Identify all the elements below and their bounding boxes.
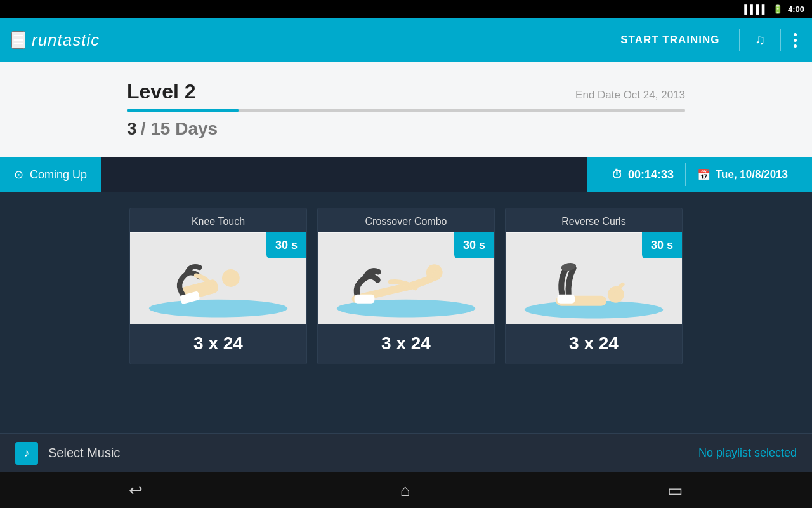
dot3 [794,44,797,48]
exercise-image-2: 30 s [318,232,494,324]
duration-badge-2: 30 s [454,232,494,258]
navbar: ☰ runtastic START TRAINING ♫ [0,18,812,62]
navbar-left: ☰ runtastic [11,30,100,50]
total-days: / 15 Days [141,119,218,138]
dot1 [794,33,797,36]
date-block: 📅 Tue, 10/8/2013 [686,168,799,182]
svg-rect-8 [355,295,375,304]
exercise-image-1: 30 s [130,232,306,324]
main-content: ☰ runtastic START TRAINING ♫ Level 2 End… [0,18,812,508]
exercise-card-2: Crossover Combo [317,208,495,364]
time-block: ⏱ 00:14:33 [600,168,685,182]
exercise-reps-1: 3 x 24 [193,324,243,364]
recent-button[interactable]: ▭ [667,481,683,500]
home-icon: ⌂ [400,481,410,500]
exercise-title-1: Knee Touch [185,208,251,232]
home-button[interactable]: ⌂ [400,481,410,500]
music-left: ♪ Select Music [15,442,120,465]
music-button[interactable]: ♫ [749,32,772,48]
brand-name: runtastic [32,30,100,50]
current-day: 3 [127,119,137,138]
music-note-icon: ♪ [15,442,38,465]
exercise-title-2: Crossover Combo [359,208,454,232]
svg-rect-14 [557,295,575,304]
exercise-reps-3: 3 x 24 [569,324,619,364]
more-button[interactable] [790,33,801,48]
exercise-title-3: Reverse Curls [555,208,632,232]
status-bar: ▌▌▌▌ 🔋 4:00 [0,0,812,18]
signal-icon: ▌▌▌▌ [744,4,768,14]
progress-bar-fill [127,109,239,112]
svg-point-1 [149,300,287,318]
exercise-reps-2: 3 x 24 [381,324,431,364]
clock-icon: ⏱ [612,168,623,182]
right-info: ⏱ 00:14:33 📅 Tue, 10/8/2013 [587,157,812,192]
recent-icon: ▭ [667,481,683,500]
end-date: End Date Oct 24, 2013 [575,89,685,102]
exercises-area: Knee Touch [0,192,812,433]
timer-text: 00:14:33 [628,168,674,182]
coming-up-label: ⊙ Coming Up [0,157,102,192]
back-icon: ↩ [129,481,143,500]
exercise-card-3: Reverse Curls [505,208,683,364]
dot2 [794,39,797,42]
navbar-divider2 [780,29,781,51]
calendar-icon: 📅 [697,168,710,182]
duration-badge-1: 30 s [266,232,306,258]
navbar-right: START TRAINING ♫ [620,29,801,51]
no-playlist-text: No playlist selected [698,446,797,460]
svg-point-3 [222,269,240,287]
coming-up-bar: ⊙ Coming Up ⏱ 00:14:33 📅 Tue, 10/8/2013 [0,157,812,192]
hamburger-button[interactable]: ☰ [11,31,25,49]
progress-bar-container [127,109,685,112]
coming-up-text: Coming Up [30,168,87,182]
select-music-text: Select Music [48,446,120,460]
coming-up-icon: ⊙ [14,168,23,182]
date-text: Tue, 10/8/2013 [716,168,788,181]
level-header: Level 2 End Date Oct 24, 2013 [127,80,685,104]
start-training-button[interactable]: START TRAINING [620,34,730,46]
level-section: Level 2 End Date Oct 24, 2013 3 / 15 Day… [0,62,812,157]
days-text: 3 / 15 Days [127,119,685,139]
battery-icon: 🔋 [773,4,783,14]
back-button[interactable]: ↩ [129,481,143,500]
bottom-nav: ↩ ⌂ ▭ [0,472,812,508]
navbar-divider [739,29,740,51]
duration-badge-3: 30 s [642,232,682,258]
music-bar[interactable]: ♪ Select Music No playlist selected [0,433,812,472]
level-title: Level 2 [127,80,196,104]
status-time: 4:00 [788,4,804,14]
exercise-card-1: Knee Touch [129,208,307,364]
exercise-image-3: 30 s [506,232,682,324]
